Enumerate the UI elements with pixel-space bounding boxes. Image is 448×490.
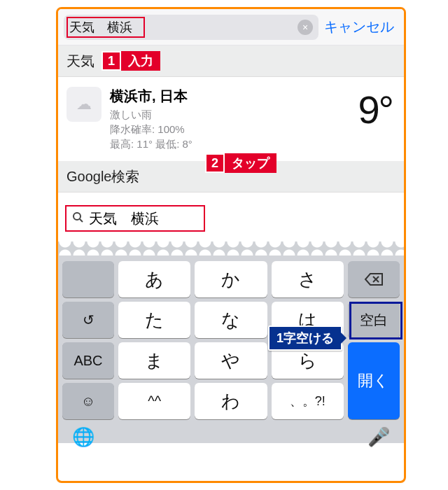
weather-temp: 9° [358,87,393,132]
search-query-text: 天気 横浜 [69,19,132,36]
key-open[interactable]: 開く [348,342,400,419]
clear-icon[interactable]: × [298,20,313,35]
key-emoji[interactable]: ☺ [62,383,114,419]
key-na[interactable]: な [195,302,267,338]
weather-pop: 降水確率: 100% [110,122,192,136]
step1-number: 1 [102,51,121,71]
search-input[interactable]: 天気 横浜 × [64,15,318,40]
weather-meta: 横浜市, 日本 激しい雨 降水確率: 100% 最高: 11° 最低: 8° [110,87,192,151]
weather-city: 横浜市, 日本 [110,87,192,106]
section-title-google: Google検索 [66,167,140,186]
key-caret[interactable]: ^^ [118,383,190,419]
mic-icon[interactable]: 🎤 [368,426,390,448]
key-ma[interactable]: ま [118,342,190,379]
step2-number: 2 [205,153,225,173]
key-punct[interactable]: 、。?! [272,383,344,419]
key-undo[interactable]: ↺ [62,302,114,338]
annotation-step2: 2 タップ [205,153,276,173]
screenshot-frame: 天気 横浜 × キャンセル 天気 1 入力 ☁ 横浜市, 日本 激しい雨 降水確… [56,7,406,483]
keyboard-bottom-row: 🌐 🎤 [62,424,400,448]
annotation-step1: 1 入力 [102,51,160,71]
key-wa[interactable]: わ [195,383,267,419]
key-sa[interactable]: さ [272,261,344,298]
step1-label: 入力 [121,51,160,71]
svg-line-1 [80,219,83,222]
key-a[interactable]: あ [118,261,190,298]
google-search-area: 天気 横浜 [58,192,404,241]
section-title-weather: 天気 [66,52,94,71]
search-icon [72,211,83,226]
key-blank[interactable] [62,261,114,298]
keyboard: あ か さ ↺ た な は 空白 ABC ま や ら 開く ☺ ^^ わ 、。?… [58,255,404,443]
svg-point-0 [74,213,80,220]
weather-condition: 激しい雨 [110,107,192,122]
step2-label: タップ [225,153,276,173]
key-ya[interactable]: や [195,342,267,379]
annotation-callout-space: 1字空ける [268,326,342,351]
key-ka[interactable]: か [195,261,267,298]
search-bar: 天気 横浜 × キャンセル [58,9,404,46]
weather-result-row[interactable]: ☁ 横浜市, 日本 激しい雨 降水確率: 100% 最高: 11° 最低: 8°… [58,77,404,162]
key-backspace[interactable] [348,261,400,298]
weather-hilo: 最高: 11° 最低: 8° [110,136,192,151]
google-search-suggestion[interactable]: 天気 横浜 [65,205,205,232]
key-ta[interactable]: た [118,302,190,338]
cancel-button[interactable]: キャンセル [324,18,398,36]
backspace-icon [364,272,384,286]
image-tear-separator [58,241,404,255]
globe-icon[interactable]: 🌐 [72,426,94,448]
keyboard-row-4: ☺ ^^ わ 、。?! [62,383,344,419]
keyboard-row-1: あ か さ [62,261,400,298]
section-header-weather: 天気 1 入力 [58,46,404,77]
key-space[interactable]: 空白 [348,302,400,338]
key-abc[interactable]: ABC [62,342,114,379]
section-header-google: Google検索 2 タップ [58,162,404,192]
weather-icon: ☁ [66,87,102,122]
google-search-text: 天気 横浜 [89,209,159,228]
